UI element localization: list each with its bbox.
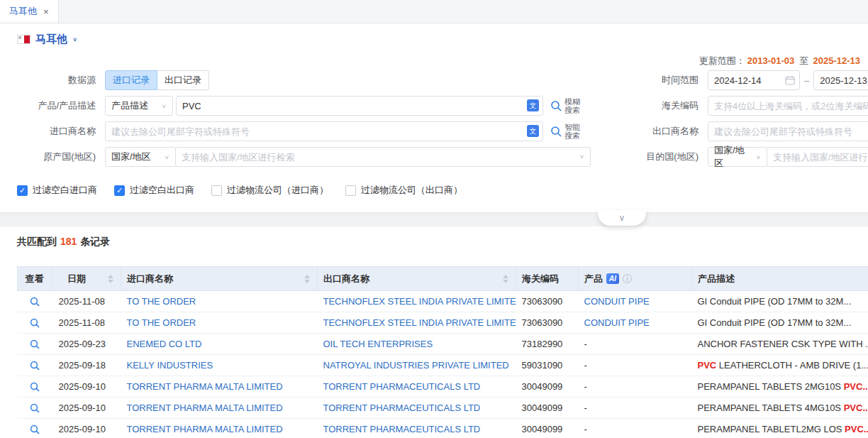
product-text[interactable]: - bbox=[584, 381, 587, 392]
summary-prefix: 共匹配到 bbox=[17, 236, 57, 247]
column-header-hs-code: 海关编码 bbox=[516, 267, 579, 291]
exporter-link[interactable]: TORRENT PHARMACEUTICALS LTD bbox=[323, 424, 481, 434]
date-to-wrap bbox=[813, 70, 868, 90]
product-text[interactable]: - bbox=[584, 339, 587, 349]
row-hs-code: 59031090 bbox=[516, 355, 579, 376]
destination-label: 目的国(地区) bbox=[631, 150, 699, 163]
importer-link[interactable]: TORRENT PHARMA MALTA LIMITED bbox=[127, 381, 283, 392]
exporter-link[interactable]: TORRENT PHARMACEUTICALS LTD bbox=[323, 403, 481, 413]
exporter-link[interactable]: TECHNOFLEX STEEL INDIA PRIVATE LIMITED bbox=[323, 317, 516, 328]
product-input[interactable] bbox=[176, 96, 543, 116]
destination-input[interactable] bbox=[767, 147, 868, 167]
product-text[interactable]: - bbox=[584, 403, 587, 413]
origin-input[interactable] bbox=[175, 147, 591, 167]
importer-link[interactable]: TORRENT PHARMA MALTA LIMITED bbox=[127, 403, 283, 413]
filter-row-origin: 原产国(地区) 国家/地区 ∨ ∨ 目的国(地区) 国家/地区 ∨ bbox=[0, 147, 868, 167]
checkbox-label: 过滤物流公司（进口商） bbox=[227, 184, 328, 197]
description-highlight: PVC... bbox=[844, 381, 868, 392]
row-hs-code: 73063090 bbox=[516, 291, 579, 312]
destination-select[interactable]: 国家/地区 ∨ bbox=[708, 147, 767, 167]
checkbox-icon[interactable] bbox=[211, 185, 222, 196]
importer-link[interactable]: ENEMED CO LTD bbox=[127, 339, 202, 349]
view-record-icon[interactable] bbox=[29, 296, 40, 307]
description-highlight: PVC bbox=[698, 360, 717, 371]
table-header-row: 查看 日期 进口商名称 出口商名称 海关编码 bbox=[18, 267, 868, 291]
exporter-input[interactable] bbox=[708, 121, 868, 141]
info-icon[interactable]: i bbox=[623, 274, 632, 283]
sort-importer-button[interactable] bbox=[303, 273, 311, 285]
checkbox-filter-logistics-exporter[interactable]: 过滤物流公司（出口商） bbox=[345, 184, 462, 197]
malta-flag-icon bbox=[17, 35, 30, 44]
exporter-link[interactable]: NATROYAL INDUSTRIES PRIVATE LIMITED bbox=[323, 360, 509, 371]
row-hs-code: 73063090 bbox=[516, 312, 579, 334]
product-text[interactable]: CONDUIT PIPE bbox=[584, 317, 650, 328]
results-section: 共匹配到181条记录 查看 日期 进口商名称 bbox=[0, 226, 868, 438]
table-row: 2025-09-10 TORRENT PHARMA MALTA LIMITED … bbox=[18, 419, 868, 438]
checkbox-filter-blank-importer[interactable]: 过滤空白进口商 bbox=[17, 184, 97, 197]
view-record-icon[interactable] bbox=[29, 360, 40, 371]
update-range-from: 2013-01-03 bbox=[747, 55, 795, 66]
importer-input[interactable] bbox=[105, 121, 543, 141]
tab-malta[interactable]: 马耳他 × bbox=[0, 0, 59, 23]
importer-link[interactable]: TO THE ORDER bbox=[127, 317, 196, 328]
checkbox-label: 过滤物流公司（出口商） bbox=[361, 184, 462, 197]
time-range-label: 时间范围 bbox=[631, 74, 699, 87]
row-product-description: PERAMPANEL TABLETL2MG LOS PVC... bbox=[692, 419, 868, 438]
sort-date-button[interactable] bbox=[106, 273, 115, 285]
results-summary: 共匹配到181条记录 bbox=[17, 236, 868, 248]
view-record-icon[interactable] bbox=[29, 317, 40, 329]
column-label: 产品 bbox=[584, 273, 603, 285]
description-text: GI Conduit PIPE (OD 17MM to 32M... bbox=[698, 317, 852, 328]
hs-code-input-wrap bbox=[708, 96, 868, 116]
product-text[interactable]: - bbox=[584, 424, 587, 434]
collapse-filters-button[interactable]: ∨ bbox=[598, 210, 646, 226]
description-highlight: PVC... bbox=[844, 403, 868, 413]
product-text[interactable]: - bbox=[584, 360, 587, 371]
destination-select-value: 国家/地区 bbox=[714, 144, 752, 170]
product-field-select[interactable]: 产品描述 ∨ bbox=[105, 96, 173, 116]
origin-select[interactable]: 国家/地区 ∨ bbox=[105, 147, 176, 167]
row-product-description: GI Conduit PIPE (OD 17MM to 32M... bbox=[692, 291, 868, 312]
translate-icon[interactable]: 文 bbox=[527, 99, 539, 111]
sort-exporter-button[interactable] bbox=[501, 273, 510, 285]
description-text: PERAMPANEL TABLETL2MG LOS bbox=[698, 424, 845, 434]
smart-search-button[interactable]: 智能搜索 bbox=[550, 123, 582, 140]
checkbox-icon[interactable] bbox=[345, 185, 356, 196]
date-to-input[interactable] bbox=[813, 70, 868, 90]
fuzzy-search-button[interactable]: 模糊搜索 bbox=[550, 97, 582, 114]
checkbox-icon[interactable] bbox=[114, 185, 125, 196]
view-record-icon[interactable] bbox=[29, 424, 40, 435]
row-product-description: GI Conduit PIPE (OD 17MM to 32M... bbox=[692, 312, 868, 334]
exporter-link[interactable]: TECHNOFLEX STEEL INDIA PRIVATE LIMITED bbox=[323, 296, 516, 307]
row-product-description: ANCHOR FASTENER CSK TYPE WITH ... bbox=[692, 334, 868, 355]
checkbox-icon[interactable] bbox=[17, 185, 28, 196]
hs-code-input[interactable] bbox=[708, 96, 868, 116]
tab-close-icon[interactable]: × bbox=[43, 7, 49, 16]
column-header-exporter: 出口商名称 bbox=[318, 267, 516, 291]
country-title-dropdown[interactable]: 马耳他 ∨ bbox=[0, 23, 868, 52]
description-text: PERAMPANEL TABLETS 4MG10S bbox=[698, 403, 844, 413]
row-date: 2025-09-18 bbox=[52, 355, 121, 376]
importer-link[interactable]: TO THE ORDER bbox=[127, 296, 196, 307]
view-record-icon[interactable] bbox=[29, 381, 40, 393]
importer-link[interactable]: KELLY INDUSTRIES bbox=[127, 360, 213, 371]
checkbox-filter-blank-exporter[interactable]: 过滤空白出口商 bbox=[114, 184, 194, 197]
row-hs-code: 30049099 bbox=[516, 398, 579, 419]
table-row: 2025-11-08 TO THE ORDER TECHNOFLEX STEEL… bbox=[18, 312, 868, 334]
page-title: 马耳他 bbox=[35, 33, 67, 46]
export-records-toggle[interactable]: 出口记录 bbox=[157, 70, 209, 90]
calendar-icon[interactable] bbox=[785, 75, 795, 85]
column-header-description: 产品描述 bbox=[692, 267, 868, 291]
importer-link[interactable]: TORRENT PHARMA MALTA LIMITED bbox=[127, 424, 283, 434]
view-record-icon[interactable] bbox=[29, 403, 40, 414]
exporter-link[interactable]: TORRENT PHARMACEUTICALS LTD bbox=[323, 381, 481, 392]
exporter-link[interactable]: OIL TECH ENTERPRISES bbox=[323, 339, 433, 349]
product-text[interactable]: CONDUIT PIPE bbox=[584, 296, 650, 307]
importer-input-wrap: 文 bbox=[105, 121, 543, 141]
view-record-icon[interactable] bbox=[29, 339, 40, 350]
column-header-view: 查看 bbox=[18, 267, 52, 291]
import-records-toggle[interactable]: 进口记录 bbox=[105, 70, 157, 90]
collapse-chevron-icon: ∨ bbox=[619, 213, 625, 223]
checkbox-filter-logistics-importer[interactable]: 过滤物流公司（进口商） bbox=[211, 184, 328, 197]
translate-icon[interactable]: 文 bbox=[527, 125, 539, 137]
